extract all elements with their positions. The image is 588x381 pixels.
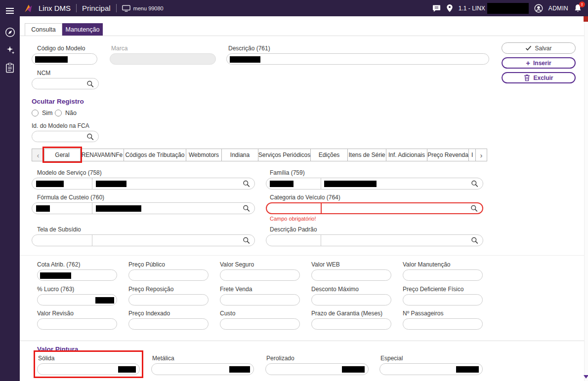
scroll-down-arrow-icon[interactable] — [584, 375, 588, 379]
solida-input[interactable] — [37, 363, 140, 375]
marca-input — [110, 53, 216, 65]
categoria-veiculo-input[interactable] — [266, 202, 483, 214]
n-passageiros-input[interactable] — [403, 318, 483, 330]
subtab-renavam-nfe[interactable]: RENAVAM/NFe — [80, 149, 124, 161]
tab-manutencao-label: Manutenção — [66, 26, 100, 33]
input-divider — [321, 178, 321, 189]
redacted-value — [36, 205, 50, 212]
preco-reposicao-label: Preço Reposição — [128, 286, 173, 293]
frete-venda-input[interactable] — [220, 294, 300, 305]
preco-reposicao-input[interactable] — [128, 294, 209, 305]
subtab-label: Itens de Série — [348, 152, 385, 158]
lucro-input[interactable] — [37, 294, 117, 305]
codigo-modelo-input[interactable] — [32, 53, 97, 65]
check-icon — [525, 45, 532, 51]
prazo-garantia-input[interactable] — [311, 318, 391, 330]
preco-deficiente-fisico-input[interactable] — [403, 294, 483, 305]
inserir-button[interactable]: + Inserir — [502, 57, 576, 69]
search-icon[interactable] — [471, 237, 478, 244]
radio-sim[interactable]: Sim — [32, 110, 53, 116]
subtab-edicoes[interactable]: Edições — [310, 149, 348, 161]
radio-circle[interactable] — [32, 110, 39, 116]
valor-manutencao-label: Valor Manutenção — [403, 261, 451, 268]
preco-publico-input[interactable] — [128, 269, 209, 281]
plus-icon: + — [526, 59, 530, 67]
sparkles-icon[interactable] — [0, 41, 20, 58]
search-icon[interactable] — [243, 205, 250, 212]
valor-seguro-label: Valor Seguro — [220, 261, 254, 268]
subtab-scroll-left[interactable]: ‹ — [32, 149, 44, 161]
section-divider — [20, 341, 584, 341]
ncm-input[interactable] — [32, 78, 99, 89]
descricao-label: Descrição (761) — [228, 45, 270, 52]
n-passageiros-label: Nº Passageiros — [403, 310, 443, 317]
subtab-webmotors[interactable]: Webmotors — [186, 149, 222, 161]
chat-icon[interactable] — [432, 4, 441, 12]
subtab-scroll-right[interactable]: › — [475, 149, 487, 161]
redacted-value — [40, 272, 71, 279]
salvar-label: Salvar — [535, 45, 551, 52]
location-pin-icon[interactable] — [446, 4, 453, 12]
subtab-inf-adicionais[interactable]: Inf. Adicionais — [386, 149, 427, 161]
preco-indexado-input[interactable] — [128, 318, 209, 330]
tela-subsidio-input[interactable] — [32, 234, 255, 246]
prazo-garantia-label: Prazo de Garantia (Meses) — [311, 310, 382, 317]
valor-pintura-heading: Valor Pintura — [37, 345, 78, 353]
subtab-indiana[interactable]: Indiana — [221, 149, 258, 161]
search-icon[interactable] — [243, 180, 250, 188]
salvar-button[interactable]: Salvar — [502, 42, 576, 54]
branch-label: 1.1 - LINX — [459, 5, 485, 12]
perolizado-input[interactable] — [265, 363, 369, 375]
redacted-value — [96, 181, 126, 187]
tab-manutencao[interactable]: Manutenção — [62, 23, 103, 36]
subtab-geral[interactable]: Geral — [44, 149, 81, 161]
subtab-partial[interactable]: I — [468, 149, 476, 161]
modelo-servico-input[interactable] — [32, 178, 255, 190]
valor-web-input[interactable] — [311, 269, 391, 281]
vertical-scrollbar[interactable] — [584, 16, 588, 381]
input-divider — [92, 178, 92, 189]
hamburger-menu-icon[interactable] — [0, 2, 20, 19]
radio-circle[interactable] — [55, 110, 62, 116]
valor-seguro-input[interactable] — [220, 269, 300, 281]
desconto-maximo-input[interactable] — [311, 294, 391, 305]
familia-input[interactable] — [266, 178, 483, 190]
compass-icon[interactable] — [0, 24, 20, 40]
subtab-codigos-tributacao[interactable]: Códigos de Tributação — [124, 149, 186, 161]
ocultar-registro-heading: Ocultar Registro — [32, 98, 84, 105]
radio-sim-label: Sim — [42, 110, 53, 116]
cota-atrib-input[interactable] — [37, 269, 117, 281]
metalica-input[interactable] — [151, 363, 254, 375]
notification-bell-icon[interactable]: ! — [574, 3, 582, 13]
menu-code-label: menu 99080 — [133, 5, 164, 11]
subtab-servicos-periodicos[interactable]: Serviços Periódicos — [258, 149, 311, 161]
subtab-label: Edições — [319, 152, 340, 158]
user-icon[interactable] — [534, 4, 543, 13]
search-icon[interactable] — [86, 133, 94, 140]
custo-input[interactable] — [220, 318, 300, 330]
tasks-icon[interactable] — [0, 59, 20, 76]
redacted-value — [456, 366, 479, 373]
descricao-padrao-input[interactable] — [266, 234, 483, 246]
input-divider — [321, 235, 321, 246]
subtab-label: Códigos de Tributação — [125, 152, 184, 158]
tab-consulta[interactable]: Consulta — [25, 23, 62, 36]
formula-custeio-input[interactable] — [32, 202, 255, 214]
cota-atrib-label: Cota Atrib. (762) — [37, 261, 80, 268]
valor-manutencao-input[interactable] — [403, 269, 483, 281]
descricao-input[interactable] — [226, 53, 489, 65]
id-modelo-fca-input[interactable] — [32, 131, 99, 142]
search-icon[interactable] — [470, 205, 478, 212]
subtab-itens-serie[interactable]: Itens de Série — [347, 149, 386, 161]
especial-input[interactable] — [379, 363, 483, 375]
topbar: Linx DMS Principal menu 99080 1.1 - LINX… — [0, 0, 588, 16]
subtab-preco-revenda[interactable]: Preço Revenda — [427, 149, 469, 161]
search-icon[interactable] — [243, 237, 250, 244]
codigo-modelo-label: Código do Modelo — [37, 45, 85, 52]
search-icon[interactable] — [86, 80, 94, 87]
radio-nao[interactable]: Não — [55, 110, 77, 116]
valor-revisao-input[interactable] — [37, 318, 117, 330]
search-icon[interactable] — [471, 180, 478, 188]
excluir-button[interactable]: Excluir — [502, 72, 576, 83]
linx-dms-window: Linx DMS Principal menu 99080 1.1 - LINX… — [0, 0, 588, 381]
